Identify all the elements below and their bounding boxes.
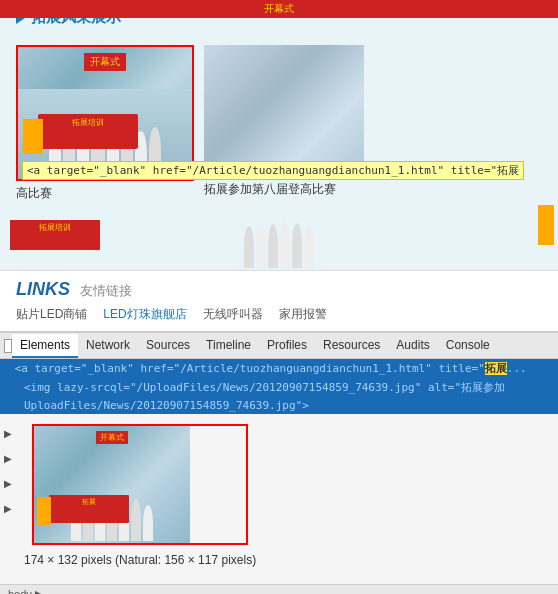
bottom-bar-text: body ▶ (8, 588, 43, 594)
html-source-line-2: <img lazy-srcql="/UploadFiles/News/20120… (0, 378, 558, 397)
images-row: 开幕式 (0, 41, 558, 206)
link-item-1[interactable]: LED灯珠旗舰店 (103, 306, 186, 323)
prev-p6 (131, 499, 141, 541)
link-item-3[interactable]: 家用报警 (279, 306, 327, 323)
prev-p7 (143, 505, 153, 541)
tree-arrow-1[interactable]: ▶ (4, 428, 16, 439)
img-tag-label: <a target="_blank" href="/Article/tuozha… (22, 161, 524, 180)
html-source-line-3: UploadFiles/News/20120907154859_74639.jp… (0, 397, 558, 414)
html-tag-a: <a target="_blank" href="/Article/tuozha… (15, 362, 485, 375)
preview-banner: 拓展 (49, 495, 129, 523)
chinese-title-overlay: 开幕式 (84, 53, 126, 71)
preview-area: 开幕式 拓展 (24, 420, 256, 578)
first-image-area: 开幕式 (16, 45, 194, 202)
checkbox-icon[interactable] (4, 339, 12, 353)
website-section: 拓展风采展示 开幕式 (0, 0, 558, 270)
bottom-bar: body ▶ (0, 584, 558, 594)
html-img-src: UploadFiles/News/20120907154859_74639.jp… (24, 399, 309, 412)
tab-audits[interactable]: Audits (388, 334, 437, 358)
preview-info-text: 174 × 132 pixels (Natural: 156 × 117 pix… (24, 549, 256, 571)
tree-arrow-4[interactable]: ▶ (4, 503, 16, 514)
first-image-wrapper: 开幕式 (16, 45, 194, 181)
banner-text: 拓展培训 (38, 114, 138, 131)
preview-flag (37, 497, 51, 525)
preview-banner-text: 拓展 (49, 495, 129, 509)
link-item-2[interactable]: 无线呼叫器 (203, 306, 263, 323)
tab-profiles[interactable]: Profiles (259, 334, 315, 358)
inspect-panel: ▶ ▶ ▶ ▶ 开幕式 (0, 414, 558, 584)
html-tag-a-rest: ... (507, 362, 527, 375)
devtools-section: Elements Network Sources Timeline Profil… (0, 331, 558, 594)
links-header: LINKS 友情链接 (16, 279, 542, 300)
html-highlight: 拓展 (485, 362, 507, 375)
links-title-cn: 友情链接 (80, 282, 132, 300)
first-image: 开幕式 (18, 47, 192, 179)
tab-console[interactable]: Console (438, 334, 498, 358)
tab-resources[interactable]: Resources (315, 334, 388, 358)
link-item-0[interactable]: 贴片LED商铺 (16, 306, 87, 323)
preview-image-box: 开幕式 拓展 (32, 424, 248, 545)
tab-sources[interactable]: Sources (138, 334, 198, 358)
second-image: 开幕式 拓展培训 (204, 45, 364, 177)
tree-arrows: ▶ ▶ ▶ ▶ (0, 420, 20, 578)
tab-timeline[interactable]: Timeline (198, 334, 259, 358)
yellow-flag (23, 119, 43, 154)
html-source-line-1: <a target="_blank" href="/Article/tuozha… (0, 359, 558, 378)
links-title-en: LINKS (16, 279, 70, 300)
links-section: LINKS 友情链接 贴片LED商铺 LED灯珠旗舰店 无线呼叫器 家用报警 (0, 270, 558, 331)
html-img-tag: <img lazy-srcql="/UploadFiles/News/20120… (24, 381, 505, 394)
tab-network[interactable]: Network (78, 334, 138, 358)
tab-elements[interactable]: Elements (12, 334, 78, 358)
red-banner: 拓展培训 (38, 114, 138, 149)
devtools-left-border (4, 333, 12, 359)
tree-arrow-3[interactable]: ▶ (4, 478, 16, 489)
preview-image: 开幕式 拓展 (34, 426, 190, 543)
tree-arrow-2[interactable]: ▶ (4, 453, 16, 464)
devtools-toolbar: Elements Network Sources Timeline Profil… (0, 333, 558, 359)
preview-chinese-title: 开幕式 (96, 431, 128, 444)
links-row: 贴片LED商铺 LED灯珠旗舰店 无线呼叫器 家用报警 (16, 306, 542, 323)
